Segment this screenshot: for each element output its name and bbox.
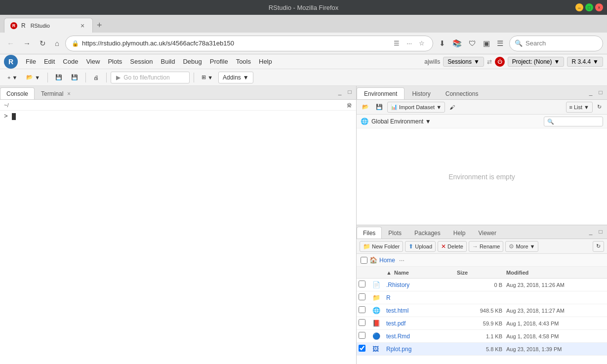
library-icon[interactable]: 📚 — [449, 37, 465, 50]
tab-help[interactable]: Help — [447, 227, 472, 239]
list-view-button[interactable]: ≡ List ▼ — [566, 102, 593, 113]
minimize-button[interactable]: – — [575, 3, 583, 11]
search-input[interactable] — [526, 40, 595, 47]
file-checkbox[interactable] — [359, 306, 365, 313]
tab-files[interactable]: Files — [357, 227, 382, 239]
lock-icon: 🔒 — [72, 40, 79, 47]
shield-icon[interactable]: 🛡 — [466, 37, 479, 49]
files-minimize-button[interactable]: _ — [586, 227, 595, 236]
global-env-label[interactable]: Global Environment ▼ — [371, 118, 431, 125]
table-row[interactable]: 🌐 test.html 948.5 KB Aug 23, 2018, 11:27… — [357, 304, 607, 317]
tab-packages[interactable]: Packages — [408, 227, 447, 239]
goto-file-button[interactable]: ▶ Go to file/function — [111, 72, 190, 83]
delete-button[interactable]: ✕ Delete — [438, 241, 467, 252]
reader-mode-icon[interactable]: ☰ — [392, 39, 402, 48]
menu-tools[interactable]: Tools — [232, 56, 255, 67]
file-checkbox[interactable] — [359, 293, 365, 300]
upload-button[interactable]: ⬆ Upload — [405, 241, 436, 252]
user-switch-icon[interactable]: ⇄ — [487, 58, 492, 65]
file-checkbox[interactable] — [359, 319, 365, 326]
menu-debug[interactable]: Debug — [179, 56, 205, 67]
tab-close-button[interactable]: × — [79, 22, 86, 30]
sidebar-toggle-icon[interactable]: ▣ — [480, 37, 493, 50]
menu-code[interactable]: Code — [59, 56, 82, 67]
power-button[interactable]: ⏻ — [495, 57, 505, 67]
env-search-input[interactable] — [544, 117, 603, 126]
table-row[interactable]: 🖼 Rplot.png 5.8 KB Aug 23, 2018, 1:39 PM — [357, 343, 607, 356]
addins-button[interactable]: Addins ▼ — [218, 72, 253, 83]
hamburger-menu-icon[interactable]: ☰ — [494, 37, 506, 50]
home-button[interactable]: ⌂ — [52, 37, 62, 49]
terminal-tab-close[interactable]: × — [65, 90, 72, 97]
tab-environment[interactable]: Environment — [357, 87, 405, 99]
files-refresh-button[interactable]: ↻ — [593, 241, 604, 252]
breadcrumb-more-button[interactable]: ··· — [399, 256, 405, 264]
browser-tab[interactable]: R R RStudio × — [4, 18, 93, 33]
header-name[interactable]: ▲ Name — [386, 270, 457, 276]
rename-button[interactable]: → Rename — [469, 241, 504, 252]
table-row[interactable]: 📁 R — [357, 291, 607, 304]
table-row[interactable]: 🔵 test.Rmd 1.1 KB Aug 1, 2018, 4:58 PM — [357, 330, 607, 343]
forward-button[interactable]: → — [20, 37, 34, 49]
env-refresh-button[interactable]: ↻ — [595, 102, 604, 113]
file-checkbox[interactable] — [359, 332, 365, 339]
save-button[interactable]: 💾 — [52, 72, 66, 83]
save-all-button[interactable]: 💾 — [68, 72, 81, 83]
maximize-panel-button[interactable]: □ — [345, 87, 354, 96]
grid-view-button[interactable]: ⊞ ▼ — [198, 72, 216, 83]
menu-file[interactable]: File — [22, 56, 40, 67]
select-all-checkbox[interactable] — [361, 257, 367, 264]
table-row[interactable]: 📄 .Rhistory 0 B Aug 23, 2018, 11:26 AM — [357, 279, 607, 291]
file-name-link[interactable]: test.html — [386, 307, 408, 314]
menu-session[interactable]: Session — [126, 56, 157, 67]
minimize-panel-button[interactable]: _ — [335, 87, 344, 96]
env-brush-button[interactable]: 🖌 — [447, 102, 457, 113]
tab-console[interactable]: Console — [0, 87, 35, 99]
new-file-button[interactable]: + ▼ — [4, 72, 21, 83]
table-row[interactable]: 📕 test.pdf 59.9 KB Aug 1, 2018, 4:43 PM — [357, 317, 607, 330]
tab-terminal[interactable]: Terminal × — [35, 87, 79, 99]
menu-edit[interactable]: Edit — [40, 56, 59, 67]
import-dataset-button[interactable]: 📊 Import Dataset ▼ — [387, 102, 445, 113]
console-clear-button[interactable]: ✕ — [346, 102, 352, 110]
menu-plots[interactable]: Plots — [104, 56, 126, 67]
left-panel-controls: _ □ — [335, 87, 354, 96]
env-load-button[interactable]: 📂 — [360, 102, 371, 113]
sessions-button[interactable]: Sessions ▼ — [443, 57, 484, 67]
open-file-button[interactable]: 📂 ▼ — [23, 72, 43, 83]
overflow-menu-icon[interactable]: ··· — [405, 39, 414, 48]
maximize-button[interactable]: □ — [585, 3, 593, 11]
file-name-link[interactable]: .Rhistory — [386, 282, 409, 288]
files-maximize-button[interactable]: □ — [596, 227, 605, 236]
project-button[interactable]: Project: (None) ▼ — [508, 57, 565, 67]
reload-button[interactable]: ↻ — [37, 37, 49, 50]
menu-view[interactable]: View — [82, 56, 104, 67]
new-folder-button[interactable]: 📁 New Folder — [360, 241, 403, 252]
file-name-link[interactable]: Rplot.png — [386, 346, 411, 353]
tab-history[interactable]: History — [405, 87, 438, 99]
bookmark-icon[interactable]: ☆ — [417, 39, 427, 48]
env-minimize-button[interactable]: _ — [586, 88, 595, 97]
file-name-link[interactable]: test.pdf — [386, 320, 405, 327]
menu-build[interactable]: Build — [157, 56, 179, 67]
new-tab-button[interactable]: + — [93, 18, 106, 33]
close-window-button[interactable]: × — [595, 3, 603, 11]
more-button[interactable]: ⚙ More ▼ — [505, 241, 538, 252]
tab-plots[interactable]: Plots — [382, 227, 408, 239]
tab-viewer[interactable]: Viewer — [472, 227, 502, 239]
upload-icon: ⬆ — [408, 243, 413, 250]
file-name-link[interactable]: test.Rmd — [386, 333, 410, 340]
file-checkbox[interactable] — [359, 281, 365, 287]
env-maximize-button[interactable]: □ — [596, 88, 605, 97]
url-input[interactable] — [82, 40, 389, 47]
menu-profile[interactable]: Profile — [206, 56, 232, 67]
print-button[interactable]: 🖨 — [90, 72, 102, 83]
file-checkbox[interactable] — [359, 345, 365, 352]
breadcrumb-home[interactable]: Home — [379, 257, 395, 264]
tab-connections[interactable]: Connections — [438, 87, 486, 99]
back-button[interactable]: ← — [4, 37, 17, 49]
menu-help[interactable]: Help — [255, 56, 276, 67]
env-save-button[interactable]: 💾 — [373, 102, 385, 113]
file-name-link[interactable]: R — [386, 294, 391, 301]
download-icon[interactable]: ⬇ — [436, 37, 448, 50]
